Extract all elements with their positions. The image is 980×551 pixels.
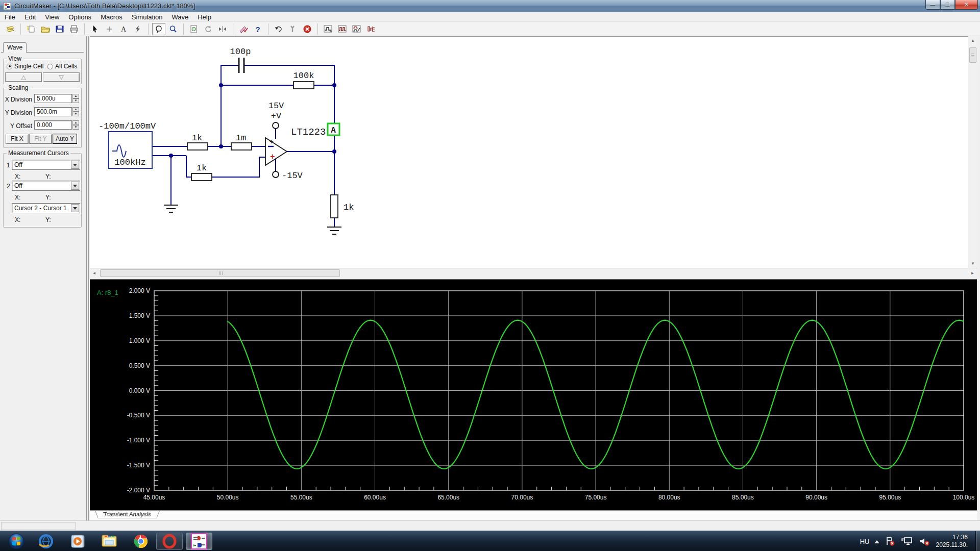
cursor2-select[interactable]: Off xyxy=(12,181,80,191)
y-division-input[interactable]: 500.0m xyxy=(34,107,72,116)
cursor1-select[interactable]: Off xyxy=(12,160,80,170)
start-button[interactable] xyxy=(3,533,30,550)
menu-edit[interactable]: Edit xyxy=(20,12,40,22)
volume-muted-icon[interactable] xyxy=(918,536,930,546)
print-button[interactable] xyxy=(67,23,81,35)
svg-text:85.00us: 85.00us xyxy=(732,494,754,501)
reset-button[interactable] xyxy=(272,23,285,35)
fit-x-button[interactable]: Fit X xyxy=(6,134,29,144)
cursor-delta-select[interactable]: Cursor 2 - Cursor 1 xyxy=(12,203,80,213)
cursor2-y-label: Y: xyxy=(45,194,51,201)
scroll-left-icon[interactable]: ◄ xyxy=(90,268,99,279)
waveform-panel[interactable]: 45.00us50.00us55.00us60.00us65.00us70.00… xyxy=(90,279,977,510)
network-icon[interactable] xyxy=(901,536,913,546)
close-button[interactable]: ✕ xyxy=(955,0,978,10)
stop-button[interactable] xyxy=(301,23,314,35)
radio-all-cells-dot[interactable] xyxy=(47,64,53,69)
tab-wave[interactable]: Wave xyxy=(3,42,27,53)
radio-single-cell-dot[interactable] xyxy=(7,64,12,69)
schematic-horizontal-scrollbar[interactable]: ◄ ► xyxy=(90,268,977,278)
zoom-button[interactable] xyxy=(166,23,180,35)
open-folder-icon xyxy=(41,25,50,33)
mixed-scope-button[interactable] xyxy=(350,23,363,35)
vertical-scroll-thumb[interactable] xyxy=(969,47,976,63)
menu-wave[interactable]: Wave xyxy=(167,12,193,22)
minimize-button[interactable]: — xyxy=(925,0,940,10)
cursor-delta-dropdown-icon[interactable] xyxy=(71,204,79,212)
taskbar-media-player[interactable] xyxy=(64,533,91,550)
tools-wrench-button[interactable] xyxy=(286,23,300,35)
show-desktop-button[interactable] xyxy=(975,531,980,551)
cursor1-dropdown-icon[interactable] xyxy=(71,161,79,169)
action-center-flag-icon[interactable] xyxy=(885,536,896,546)
rfb-value-label: 100k xyxy=(293,71,314,81)
opera-icon xyxy=(162,534,177,549)
scroll-right-icon[interactable]: ► xyxy=(968,268,977,279)
menu-help[interactable]: Help xyxy=(193,12,216,22)
title-bar: CircuitMaker - [C:\Users\Tóth Béla\Deskt… xyxy=(0,0,980,12)
text-tool-button[interactable]: A xyxy=(117,23,130,35)
cursor2-value: Off xyxy=(14,182,22,189)
x-division-input[interactable]: 5.000u xyxy=(34,94,72,103)
delete-tool-button[interactable] xyxy=(131,23,144,35)
fit-y-button[interactable]: Fit Y xyxy=(29,134,52,144)
svg-text:65.00us: 65.00us xyxy=(437,494,459,501)
horizontal-scroll-thumb[interactable] xyxy=(100,269,340,277)
taskbar-opera[interactable] xyxy=(156,533,183,550)
digital-scope-button[interactable] xyxy=(336,23,349,35)
simulation-edit-button[interactable] xyxy=(237,23,250,35)
x-division-spinner[interactable]: ▲▼ xyxy=(72,94,79,103)
radio-single-cell[interactable]: Single Cell xyxy=(7,63,43,70)
wire-plus-button[interactable] xyxy=(103,23,116,35)
logic-probe-button[interactable] xyxy=(364,23,378,35)
menu-options[interactable]: Options xyxy=(64,12,96,22)
taskbar: HU 17:36 2025.11.30. xyxy=(0,531,980,551)
file-explorer-icon xyxy=(101,533,118,549)
taskbar-file-explorer[interactable] xyxy=(96,533,122,550)
hidden-icons-chevron[interactable] xyxy=(874,538,879,543)
analog-scope-button[interactable] xyxy=(322,23,335,35)
vplus-pin-label: +V xyxy=(271,111,282,121)
menu-file[interactable]: File xyxy=(0,12,20,22)
svg-text:1.500 V: 1.500 V xyxy=(129,312,150,319)
taskbar-circuitmaker[interactable] xyxy=(186,533,212,550)
lightning-icon xyxy=(133,25,142,33)
select-cursor-button[interactable] xyxy=(88,23,102,35)
svg-text:50.00us: 50.00us xyxy=(217,494,239,501)
y-offset-spinner[interactable]: ▲▼ xyxy=(72,120,79,130)
tab-transient-analysis[interactable]: Transient Analysis xyxy=(95,511,160,518)
taskbar-chrome[interactable] xyxy=(128,533,154,550)
media-player-icon xyxy=(69,533,86,549)
restore-button[interactable]: ❐ xyxy=(940,0,955,10)
menu-simulation[interactable]: Simulation xyxy=(127,12,167,22)
language-indicator[interactable]: HU xyxy=(860,538,870,545)
cursor2-dropdown-icon[interactable] xyxy=(71,182,79,190)
cell-up-button[interactable]: △ xyxy=(5,72,42,82)
status-cell xyxy=(1,522,76,530)
y-division-spinner[interactable]: ▲▼ xyxy=(72,107,79,116)
scaling-group: Scaling X Division 5.000u ▲▼ Y Division … xyxy=(3,88,82,148)
scroll-up-icon[interactable]: ▲ xyxy=(968,36,977,45)
y-offset-input[interactable]: 0.000 xyxy=(34,120,72,130)
cursor1-index: 1 xyxy=(7,162,10,169)
rotate-button[interactable] xyxy=(202,23,215,35)
scroll-down-icon[interactable]: ▼ xyxy=(968,259,977,268)
preview-button[interactable] xyxy=(187,23,201,35)
menu-macros[interactable]: Macros xyxy=(96,12,127,22)
parts-bin-button[interactable] xyxy=(4,23,17,35)
cell-down-button[interactable]: ▽ xyxy=(43,72,80,82)
taskbar-internet-explorer[interactable] xyxy=(33,533,59,550)
schematic-vertical-scrollbar[interactable]: ▲ ▼ xyxy=(968,36,977,268)
mirror-button[interactable] xyxy=(216,23,229,35)
taskbar-clock[interactable]: 17:36 2025.11.30. xyxy=(936,534,968,549)
new-file-button[interactable] xyxy=(24,23,38,35)
help-button[interactable]: ? xyxy=(251,23,264,35)
auto-y-button[interactable]: Auto Y xyxy=(53,134,77,144)
open-file-button[interactable] xyxy=(39,23,52,35)
zoom-select-button[interactable] xyxy=(152,23,165,35)
radio-all-cells[interactable]: All Cells xyxy=(47,63,77,70)
schematic-canvas[interactable]: 100p 100k 1k 1m 15V +V -15V LT1223 A 1k … xyxy=(90,36,968,268)
panel-splitter[interactable] xyxy=(86,36,90,520)
save-file-button[interactable] xyxy=(53,23,66,35)
menu-view[interactable]: View xyxy=(40,12,64,22)
